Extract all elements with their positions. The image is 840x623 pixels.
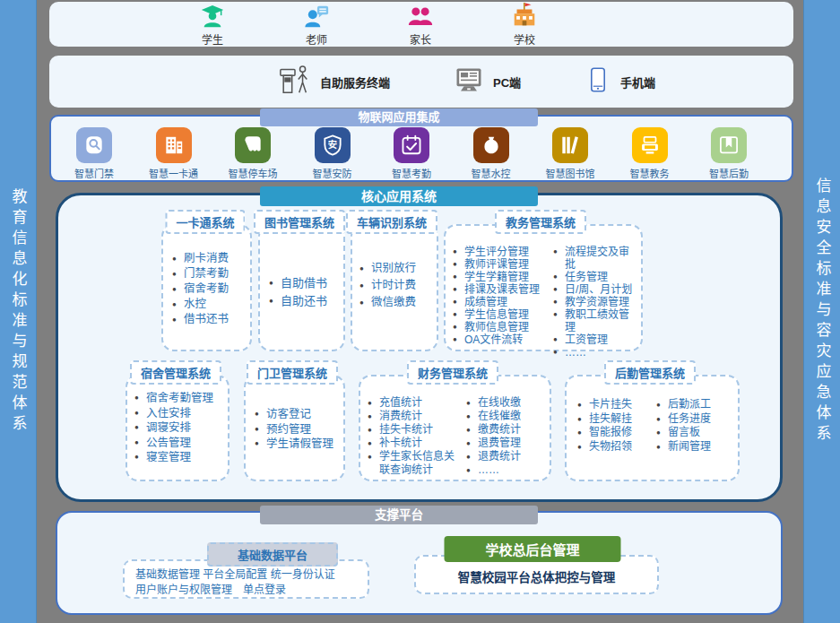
list-item: ●消费统计 (368, 410, 464, 423)
list-item-label: 宿舍考勤 (184, 281, 229, 297)
list-item: ●挂失卡统计 (368, 423, 464, 437)
system-item-list: ●自助借书●自助还书 (269, 274, 341, 310)
list-item: ●刷卡消费 (172, 251, 248, 266)
bullet-icon: ● (577, 440, 589, 454)
list-item: ●宿舍考勤 (172, 281, 248, 297)
school-item[interactable]: 学校 (496, 2, 553, 47)
list-item: ●入住安排 (134, 406, 224, 421)
list-item-label: 退费统计 (478, 450, 521, 463)
bullet-icon: ● (172, 312, 184, 327)
left-sidebar-label: 教育信息化标准与规范体系 (7, 188, 30, 436)
bullet-icon: ● (368, 410, 379, 423)
right-security-sidebar: 信息安全标准与容灾应急体系 (803, 0, 840, 623)
water-item[interactable]: 智慧水控 (455, 127, 527, 180)
list-item-label: 入住安排 (146, 406, 191, 421)
parking-item[interactable]: 智慧停车场 (217, 127, 289, 180)
teacher-item[interactable]: 老师 (288, 2, 345, 47)
bullet-icon: ● (466, 450, 478, 463)
bullet-icon: ● (466, 396, 478, 410)
logistics-icon (711, 127, 747, 163)
list-item: ●缴费统计 (466, 423, 545, 437)
list-item-label: 补卡统计 (379, 437, 422, 450)
system-item-list: ●学生评分管理●教师评课管理●学生学籍管理●排课及课表管理●成绩管理●学生信息管… (453, 246, 555, 346)
bullet-icon: ● (255, 422, 266, 437)
kiosk-item[interactable]: 自助服务终端 (278, 63, 390, 100)
bullet-icon: ● (466, 423, 478, 437)
list-item-label: 后勤派工 (668, 398, 711, 412)
parents-icon (407, 2, 434, 30)
list-item: ●新闻管理 (656, 440, 733, 454)
user-label: 家长 (410, 31, 431, 47)
bullet-icon: ● (553, 271, 565, 283)
bullet-icon: ● (553, 308, 565, 333)
library-item[interactable]: 智慧图书馆 (534, 127, 606, 180)
security-item[interactable]: 安智慧安防 (297, 127, 368, 180)
student-item[interactable]: 学生 (184, 2, 241, 47)
system-box-gate: ●访客登记●预约管理●学生请假管理 (244, 375, 345, 481)
system-box-academic: ●学生评分管理●教师评课管理●学生学籍管理●排课及课表管理●成绩管理●学生信息管… (444, 224, 643, 351)
bullet-icon: ● (553, 246, 565, 271)
door-access-item[interactable]: 智慧门禁 (58, 127, 130, 180)
bullet-icon: ● (553, 283, 565, 296)
list-item: ●卡片挂失 (577, 398, 651, 412)
users-row: 学生老师家长学校 (49, 2, 793, 47)
logistics-item[interactable]: 智慧后勤 (693, 127, 765, 180)
list-item: ●智能报修 (577, 426, 651, 440)
list-item-label: 预约管理 (266, 422, 311, 437)
phone-icon (584, 65, 612, 98)
list-item: ●…… (466, 463, 545, 477)
system-title-dorm: 宿舍管理系统 (130, 360, 221, 385)
bullet-icon: ● (359, 260, 371, 277)
system-box-library: ●自助借书●自助还书 (258, 224, 345, 351)
list-item: ●补卡统计 (368, 437, 464, 450)
attendance-item[interactable]: 智慧考勤 (376, 127, 447, 180)
list-item-label: 充值统计 (379, 396, 422, 410)
academic-item[interactable]: 智慧教务 (614, 127, 686, 180)
bullet-icon: ● (466, 463, 478, 477)
system-item-list: ●识别放行●计时计费●微信缴费 (359, 260, 436, 311)
bullet-icon: ● (453, 333, 464, 346)
terminal-label: 自助服务终端 (320, 74, 390, 91)
bullet-icon: ● (359, 294, 371, 311)
system-item-list: ●卡片挂失●挂失解挂●智能报修●失物招领 (577, 398, 651, 454)
system-title-academic: 教务管理系统 (495, 210, 586, 234)
user-label: 学校 (514, 31, 535, 47)
bullet-icon: ● (466, 437, 478, 450)
list-item-label: 计时计费 (371, 277, 416, 294)
system-title-finance: 财务管理系统 (407, 360, 498, 385)
bullet-icon: ● (368, 450, 379, 477)
bullet-icon: ● (368, 396, 379, 410)
onecard-item[interactable]: 智慧一卡通 (138, 127, 210, 180)
list-item: ●门禁考勤 (172, 266, 248, 281)
system-box-dorm: ●宿舍考勤管理●入住安排●调寝安排●公告管理●寝室管理 (126, 375, 229, 481)
list-item: ●成绩管理 (453, 296, 555, 308)
bullet-icon: ● (255, 407, 266, 422)
academic-icon (632, 127, 668, 163)
list-item-label: …… (478, 463, 499, 477)
list-item-label: 消费统计 (379, 410, 422, 423)
parents-item[interactable]: 家长 (392, 2, 449, 47)
list-item: ●任务进度 (656, 412, 733, 427)
system-title-library: 图书管理系统 (254, 210, 345, 234)
list-item-label: 学生信息管理 (464, 308, 529, 321)
list-item-label: 成绩管理 (464, 296, 507, 308)
basic-data-platform-line2: 用户账户与权限管理 单点登录 (135, 583, 368, 598)
pc-item[interactable]: PC端 (453, 64, 521, 100)
list-item-label: 访客登记 (266, 407, 311, 422)
bullet-icon: ● (553, 346, 565, 359)
list-item: ●排课及课表管理 (453, 283, 555, 296)
bullet-icon: ● (656, 426, 668, 440)
list-item: ●微信缴费 (359, 294, 436, 311)
system-box-onecard: ●刷卡消费●门禁考勤●宿舍考勤●水控●借书还书 (161, 224, 252, 351)
list-item: ●…… (553, 346, 639, 359)
system-item-list: ●刷卡消费●门禁考勤●宿舍考勤●水控●借书还书 (172, 251, 248, 327)
phone-item[interactable]: 手机端 (584, 65, 655, 98)
bullet-icon: ● (466, 410, 478, 423)
list-item: ●留言板 (656, 426, 733, 440)
school-backend-admin-title: 学校总后台管理 (444, 536, 620, 562)
smart-campus-architecture-diagram: 教育信息化标准与规范体系 信息安全标准与容灾应急体系 学生老师家长学校 自助服务… (0, 0, 840, 623)
school-backend-admin-text: 智慧校园平台总体把控与管理 (458, 567, 616, 585)
bullet-icon: ● (134, 450, 146, 465)
system-title-vehicle: 车辆识别系统 (346, 210, 437, 234)
list-item: ●教师评课管理 (453, 258, 555, 271)
